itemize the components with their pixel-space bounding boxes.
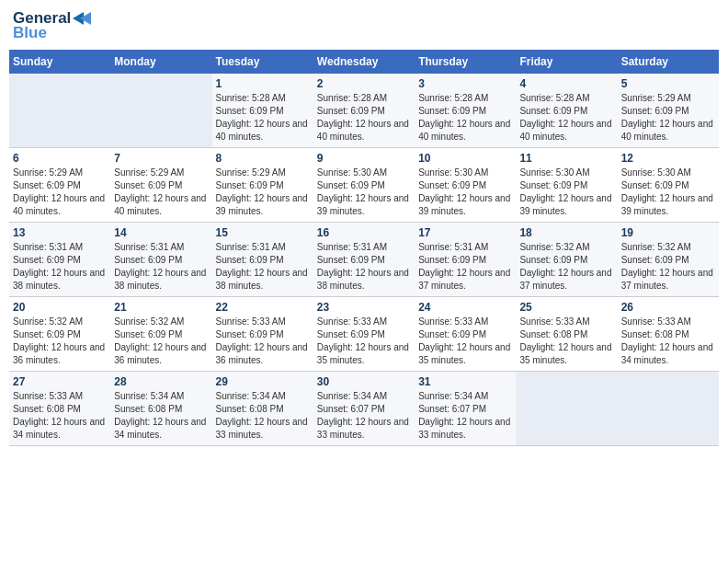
calendar-cell: 19Sunrise: 5:32 AMSunset: 6:09 PMDayligh… — [618, 223, 719, 297]
calendar-cell: 25Sunrise: 5:33 AMSunset: 6:08 PMDayligh… — [516, 297, 617, 372]
calendar-body: 1Sunrise: 5:28 AMSunset: 6:09 PMDaylight… — [9, 74, 719, 446]
day-info: Sunrise: 5:30 AMSunset: 6:09 PMDaylight:… — [317, 167, 411, 218]
calendar-week-5: 27Sunrise: 5:33 AMSunset: 6:08 PMDayligh… — [9, 372, 719, 446]
day-info: Sunrise: 5:32 AMSunset: 6:09 PMDaylight:… — [13, 316, 107, 367]
calendar-cell: 7Sunrise: 5:29 AMSunset: 6:09 PMDaylight… — [110, 148, 211, 223]
day-info: Sunrise: 5:33 AMSunset: 6:09 PMDaylight:… — [418, 316, 512, 367]
day-number: 2 — [317, 77, 411, 90]
calendar-cell — [618, 372, 719, 446]
day-number: 19 — [621, 226, 715, 239]
day-info: Sunrise: 5:28 AMSunset: 6:09 PMDaylight:… — [317, 92, 411, 144]
day-info: Sunrise: 5:28 AMSunset: 6:09 PMDaylight:… — [519, 92, 613, 144]
day-info: Sunrise: 5:34 AMSunset: 6:07 PMDaylight:… — [418, 390, 512, 442]
weekday-header-row: SundayMondayTuesdayWednesdayThursdayFrid… — [9, 50, 719, 74]
calendar-cell — [516, 372, 617, 446]
calendar-cell: 2Sunrise: 5:28 AMSunset: 6:09 PMDaylight… — [313, 74, 415, 148]
calendar-cell: 14Sunrise: 5:31 AMSunset: 6:09 PMDayligh… — [110, 223, 211, 297]
day-number: 22 — [216, 301, 310, 314]
logo-blue: Blue — [13, 24, 47, 42]
day-info: Sunrise: 5:32 AMSunset: 6:09 PMDaylight:… — [519, 241, 613, 293]
day-info: Sunrise: 5:32 AMSunset: 6:09 PMDaylight:… — [621, 241, 715, 293]
day-number: 28 — [114, 375, 208, 388]
day-number: 18 — [519, 226, 613, 239]
day-info: Sunrise: 5:29 AMSunset: 6:09 PMDaylight:… — [216, 167, 310, 218]
day-number: 11 — [519, 152, 613, 165]
day-info: Sunrise: 5:32 AMSunset: 6:09 PMDaylight:… — [114, 316, 208, 367]
calendar-cell: 11Sunrise: 5:30 AMSunset: 6:09 PMDayligh… — [516, 148, 617, 223]
day-number: 17 — [418, 226, 512, 239]
calendar-week-1: 1Sunrise: 5:28 AMSunset: 6:09 PMDaylight… — [9, 74, 719, 148]
day-number: 14 — [114, 226, 208, 239]
day-info: Sunrise: 5:33 AMSunset: 6:08 PMDaylight:… — [519, 316, 613, 367]
day-number: 8 — [216, 152, 310, 165]
day-number: 20 — [13, 301, 107, 314]
calendar-cell: 30Sunrise: 5:34 AMSunset: 6:07 PMDayligh… — [313, 372, 415, 446]
calendar-cell: 27Sunrise: 5:33 AMSunset: 6:08 PMDayligh… — [9, 372, 110, 446]
calendar-week-4: 20Sunrise: 5:32 AMSunset: 6:09 PMDayligh… — [9, 297, 719, 372]
day-number: 27 — [13, 375, 107, 388]
day-info: Sunrise: 5:34 AMSunset: 6:07 PMDaylight:… — [317, 390, 411, 442]
weekday-header-tuesday: Tuesday — [212, 50, 313, 74]
day-info: Sunrise: 5:33 AMSunset: 6:09 PMDaylight:… — [317, 316, 411, 367]
day-number: 9 — [317, 152, 411, 165]
day-number: 29 — [216, 375, 310, 388]
day-info: Sunrise: 5:31 AMSunset: 6:09 PMDaylight:… — [317, 241, 411, 293]
calendar-cell — [9, 74, 110, 148]
day-info: Sunrise: 5:30 AMSunset: 6:09 PMDaylight:… — [418, 167, 512, 218]
day-info: Sunrise: 5:33 AMSunset: 6:08 PMDaylight:… — [13, 390, 107, 442]
day-info: Sunrise: 5:31 AMSunset: 6:09 PMDaylight:… — [13, 241, 107, 293]
day-info: Sunrise: 5:33 AMSunset: 6:09 PMDaylight:… — [216, 316, 310, 367]
calendar-cell: 15Sunrise: 5:31 AMSunset: 6:09 PMDayligh… — [212, 223, 313, 297]
day-number: 31 — [418, 375, 512, 388]
calendar-cell: 28Sunrise: 5:34 AMSunset: 6:08 PMDayligh… — [110, 372, 211, 446]
day-number: 5 — [621, 77, 715, 90]
calendar-cell: 3Sunrise: 5:28 AMSunset: 6:09 PMDaylight… — [415, 74, 516, 148]
day-number: 13 — [13, 226, 107, 239]
day-number: 15 — [216, 226, 310, 239]
calendar-cell: 21Sunrise: 5:32 AMSunset: 6:09 PMDayligh… — [110, 297, 211, 372]
calendar-cell: 4Sunrise: 5:28 AMSunset: 6:09 PMDaylight… — [516, 74, 617, 148]
day-info: Sunrise: 5:28 AMSunset: 6:09 PMDaylight:… — [418, 92, 512, 144]
calendar-header: SundayMondayTuesdayWednesdayThursdayFrid… — [9, 50, 719, 74]
calendar-cell: 31Sunrise: 5:34 AMSunset: 6:07 PMDayligh… — [415, 372, 516, 446]
calendar-cell: 18Sunrise: 5:32 AMSunset: 6:09 PMDayligh… — [516, 223, 617, 297]
day-info: Sunrise: 5:28 AMSunset: 6:09 PMDaylight:… — [216, 92, 310, 144]
day-number: 1 — [216, 77, 310, 90]
calendar-cell: 13Sunrise: 5:31 AMSunset: 6:09 PMDayligh… — [9, 223, 110, 297]
day-info: Sunrise: 5:34 AMSunset: 6:08 PMDaylight:… — [216, 390, 310, 442]
calendar-cell: 29Sunrise: 5:34 AMSunset: 6:08 PMDayligh… — [212, 372, 313, 446]
calendar-cell: 20Sunrise: 5:32 AMSunset: 6:09 PMDayligh… — [9, 297, 110, 372]
calendar-cell: 24Sunrise: 5:33 AMSunset: 6:09 PMDayligh… — [415, 297, 516, 372]
day-info: Sunrise: 5:30 AMSunset: 6:09 PMDaylight:… — [621, 167, 715, 218]
calendar-cell: 6Sunrise: 5:29 AMSunset: 6:09 PMDaylight… — [9, 148, 110, 223]
calendar-cell: 26Sunrise: 5:33 AMSunset: 6:08 PMDayligh… — [618, 297, 719, 372]
calendar-cell: 1Sunrise: 5:28 AMSunset: 6:09 PMDaylight… — [212, 74, 313, 148]
day-number: 26 — [621, 301, 715, 314]
page-header: General Blue — [9, 9, 719, 42]
calendar-cell: 16Sunrise: 5:31 AMSunset: 6:09 PMDayligh… — [313, 223, 415, 297]
day-number: 12 — [621, 152, 715, 165]
weekday-header-monday: Monday — [110, 50, 211, 74]
calendar-cell: 23Sunrise: 5:33 AMSunset: 6:09 PMDayligh… — [313, 297, 415, 372]
day-info: Sunrise: 5:29 AMSunset: 6:09 PMDaylight:… — [114, 167, 208, 218]
weekday-header-wednesday: Wednesday — [313, 50, 415, 74]
calendar-cell: 5Sunrise: 5:29 AMSunset: 6:09 PMDaylight… — [618, 74, 719, 148]
weekday-header-friday: Friday — [516, 50, 617, 74]
weekday-header-sunday: Sunday — [9, 50, 110, 74]
day-info: Sunrise: 5:33 AMSunset: 6:08 PMDaylight:… — [621, 316, 715, 367]
day-number: 21 — [114, 301, 208, 314]
calendar-week-3: 13Sunrise: 5:31 AMSunset: 6:09 PMDayligh… — [9, 223, 719, 297]
day-number: 23 — [317, 301, 411, 314]
calendar-cell: 10Sunrise: 5:30 AMSunset: 6:09 PMDayligh… — [415, 148, 516, 223]
day-info: Sunrise: 5:31 AMSunset: 6:09 PMDaylight:… — [418, 241, 512, 293]
day-number: 6 — [13, 152, 107, 165]
day-info: Sunrise: 5:30 AMSunset: 6:09 PMDaylight:… — [519, 167, 613, 218]
day-number: 24 — [418, 301, 512, 314]
calendar-cell: 8Sunrise: 5:29 AMSunset: 6:09 PMDaylight… — [212, 148, 313, 223]
day-number: 30 — [317, 375, 411, 388]
calendar-cell: 22Sunrise: 5:33 AMSunset: 6:09 PMDayligh… — [212, 297, 313, 372]
day-info: Sunrise: 5:29 AMSunset: 6:09 PMDaylight:… — [13, 167, 107, 218]
calendar-week-2: 6Sunrise: 5:29 AMSunset: 6:09 PMDaylight… — [9, 148, 719, 223]
calendar-cell: 17Sunrise: 5:31 AMSunset: 6:09 PMDayligh… — [415, 223, 516, 297]
day-info: Sunrise: 5:31 AMSunset: 6:09 PMDaylight:… — [216, 241, 310, 293]
